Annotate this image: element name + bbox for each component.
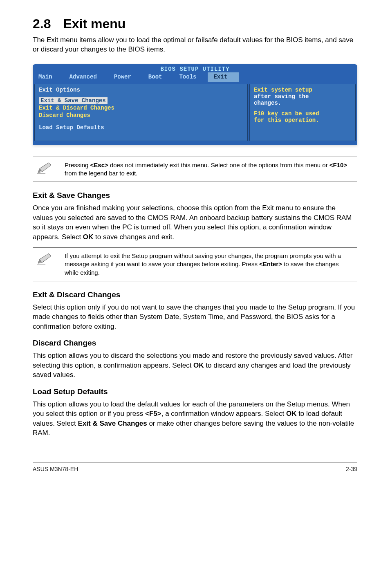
bios-tab-main[interactable]: Main [33,72,64,82]
bios-screenshot: BIOS SETUP UTILITY Main Advanced Power B… [33,64,357,145]
bios-help-line4: F10 key can be used [254,110,319,117]
note-enter-text: If you attempt to exit the Setup program… [65,252,354,277]
bios-left-pane: Exit Options Exit & Save Changes Exit & … [34,84,248,141]
bios-tab-advanced[interactable]: Advanced [64,72,108,82]
bios-tab-tools[interactable]: Tools [173,72,208,82]
body-discard: This option allows you to discard the se… [33,351,357,379]
bios-tab-bar: Main Advanced Power Boot Tools Exit [33,72,357,82]
heading-exit-save: Exit & Save Changes [33,191,357,200]
bios-tab-exit[interactable]: Exit [208,72,239,82]
bios-help-line5: for this operation. [254,117,319,123]
page-heading: 2.8Exit menu [33,16,357,31]
body-exit-discard: Select this option only if you do not wa… [33,303,357,331]
note-enter: If you attempt to exit the Setup program… [33,247,357,281]
bios-item-exit-save[interactable]: Exit & Save Changes [39,97,108,104]
bios-item-exit-discard[interactable]: Exit & Discard Changes [39,105,243,111]
bios-right-pane: Exit system setup after saving the chang… [249,84,356,141]
bios-help-line2: after saving the [254,93,351,100]
heading-discard: Discard Changes [33,339,357,348]
note-esc: Pressing <Esc> does not immediately exit… [33,157,357,182]
heading-exit-discard: Exit & Discard Changes [33,290,357,299]
intro-paragraph: The Exit menu items allow you to load th… [33,36,357,54]
bios-tab-boot[interactable]: Boot [143,72,174,82]
bios-left-header: Exit Options [39,87,243,93]
body-load-defaults: This option allows you to load the defau… [33,399,357,438]
heading-load-defaults: Load Setup Defaults [33,387,357,396]
bios-body: Exit Options Exit & Save Changes Exit & … [33,82,357,145]
bios-item-load-defaults[interactable]: Load Setup Defaults [39,124,243,131]
footer-page-number: 2-39 [346,466,357,472]
footer-product: ASUS M3N78-EH [33,466,78,472]
section-number: 2.8 [33,16,51,31]
note-esc-text: Pressing <Esc> does not immediately exit… [65,161,354,178]
section-title-text: Exit menu [63,16,126,31]
bios-help-line3: changes. [254,100,351,106]
body-exit-save: Once you are finished making your select… [33,203,357,242]
bios-utility-title: BIOS SETUP UTILITY [33,64,357,72]
bios-help-line1: Exit system setup [254,87,312,93]
bios-item-discard[interactable]: Discard Changes [39,112,243,119]
bios-tab-power[interactable]: Power [108,72,143,82]
page-footer: ASUS M3N78-EH 2-39 [33,462,357,472]
pencil-icon [36,252,53,265]
pencil-icon [36,161,53,174]
